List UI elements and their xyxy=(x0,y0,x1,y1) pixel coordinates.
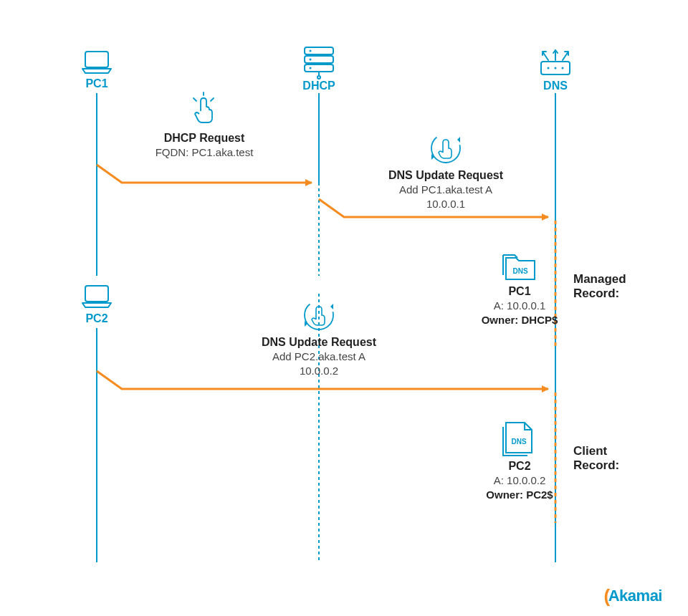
dns-icon xyxy=(541,50,570,74)
dns-update2-line2: 10.0.0.2 xyxy=(300,365,338,377)
dhcp-icon xyxy=(305,47,333,79)
record1-a: A: 10.0.0.1 xyxy=(494,299,546,312)
dns-update2-line1: Add PC2.aka.test A xyxy=(272,350,366,362)
pc1-label: PC1 xyxy=(85,77,108,90)
dns-file-label-2: DNS xyxy=(511,438,526,446)
dns-update1-line1: Add PC1.aka.test A xyxy=(399,183,492,196)
dns-label: DNS xyxy=(543,80,568,92)
record1-sidelabel-2: Record: xyxy=(573,287,619,300)
record2-title: PC2 xyxy=(508,460,530,472)
record2-sidelabel-2: Record: xyxy=(573,458,619,472)
dns-folder-label-1: DNS xyxy=(512,267,527,275)
record1-title: PC1 xyxy=(508,285,530,297)
dns-record-folder-icon: DNS xyxy=(503,255,535,279)
brand-logo: (Akamai xyxy=(604,585,662,607)
svg-point-8 xyxy=(317,76,320,79)
brand-text: Akamai xyxy=(608,587,662,605)
svg-point-10 xyxy=(548,67,550,69)
refresh-touch-icon xyxy=(431,134,460,163)
arrow-pc1-to-dhcp xyxy=(97,165,312,183)
pc2-label: PC2 xyxy=(85,312,108,324)
dhcp-request-title: DHCP Request xyxy=(164,132,245,144)
dhcp-request-line1: FQDN: PC1.aka.test xyxy=(156,146,254,158)
svg-rect-2 xyxy=(305,56,333,63)
dns-update2-title: DNS Update Request xyxy=(262,336,377,348)
svg-point-6 xyxy=(310,67,312,69)
touch-icon xyxy=(194,92,214,122)
record2-owner: Owner: PC2$ xyxy=(486,489,553,501)
svg-point-12 xyxy=(562,67,564,69)
record1-sidelabel-1: Managed xyxy=(573,272,626,286)
pc1-icon xyxy=(82,52,111,73)
dns-record-file-icon: DNS xyxy=(503,423,532,456)
svg-rect-0 xyxy=(85,52,108,67)
svg-point-5 xyxy=(310,59,312,61)
svg-rect-13 xyxy=(85,286,108,302)
diagram-canvas: PC1 DHCP DNS PC2 DHCP Request xyxy=(0,0,688,616)
svg-rect-3 xyxy=(305,64,333,72)
record1-owner: Owner: DHCP$ xyxy=(482,314,558,326)
dns-update1-title: DNS Update Request xyxy=(388,169,504,181)
record2-sidelabel-1: Client xyxy=(573,444,608,458)
pc2-icon xyxy=(82,286,111,307)
svg-point-11 xyxy=(555,67,557,69)
svg-rect-1 xyxy=(305,47,333,54)
record2-a: A: 10.0.0.2 xyxy=(494,474,546,486)
dns-update1-line2: 10.0.0.1 xyxy=(426,198,465,210)
dhcp-label: DHCP xyxy=(302,80,335,92)
svg-point-4 xyxy=(310,50,312,52)
